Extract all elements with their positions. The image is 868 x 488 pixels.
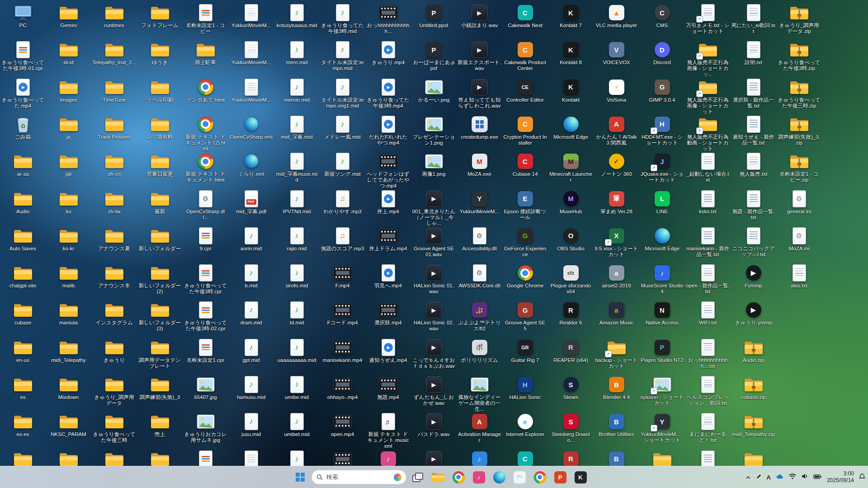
- desktop-icon[interactable]: ♪タイトル未設定.tempo.mid: [320, 41, 365, 71]
- desktop-icon[interactable]: runtimes: [91, 4, 137, 28]
- desktop-icon[interactable]: おっhhhhhhhhhhh....txt: [685, 338, 731, 369]
- desktop-icon[interactable]: ▲VLC media player: [594, 4, 639, 28]
- desktop-icon[interactable]: ニコニコバックアップ—I.txt: [731, 227, 776, 258]
- desktop-icon[interactable]: ♪hamusu.mid: [228, 375, 274, 400]
- desktop-icon[interactable]: ♪jusu.mid: [228, 413, 274, 437]
- desktop-icon[interactable]: ⚙Accessibility.dll: [457, 227, 502, 252]
- desktop-icon[interactable]: Microsoft Edge: [639, 227, 685, 252]
- taskbar-clock[interactable]: 3:00 2025/09/14: [827, 470, 854, 484]
- desktop-icon[interactable]: ▶001_東北きりたん（ノーマル）_今しゃ...: [411, 190, 457, 226]
- desktop-icon[interactable]: 死にたい_ю歌詞.txt: [731, 4, 776, 34]
- taskbar-search[interactable]: 検索: [311, 470, 406, 484]
- start-button[interactable]: [291, 468, 309, 486]
- desktop-icon[interactable]: MMuseHub: [548, 190, 594, 215]
- desktop-icon[interactable]: F.mp4: [320, 264, 365, 289]
- taskbar-powerpoint[interactable]: P: [551, 468, 569, 486]
- taskbar-edge-browser[interactable]: [490, 468, 508, 486]
- desktop-icon[interactable]: 最新: [137, 190, 183, 215]
- desktop-icon[interactable]: YukkuriMovieM...: [228, 4, 274, 28]
- desktop-icon[interactable]: ▶井上.mp4: [365, 190, 411, 215]
- desktop-icon[interactable]: SSteinberg Downlo...: [548, 413, 594, 443]
- desktop-icon[interactable]: きゅうり食べってた午後3時.cpr: [183, 264, 228, 295]
- desktop-icon[interactable]: ♫無題のスコア.mp3: [320, 227, 365, 252]
- desktop-icon[interactable]: ▶: [411, 450, 457, 466]
- desktop-icon[interactable]: ♪MuseScore Studio 4: [639, 264, 685, 295]
- desktop-icon[interactable]: ✓ノートン 360: [594, 152, 639, 177]
- desktop-icon[interactable]: ja: [46, 115, 91, 140]
- desktop-icon[interactable]: ▶小銭詰まり.wav: [457, 4, 502, 28]
- desktop-icon[interactable]: ♪b.mid: [228, 264, 274, 289]
- desktop-icon[interactable]: アナウンス冬: [91, 264, 137, 289]
- desktop-icon[interactable]: createdump.exe: [457, 115, 502, 140]
- desktop-icon[interactable]: インスタグラム: [91, 301, 137, 326]
- taskbar-chrome-browser[interactable]: [449, 468, 467, 486]
- desktop-icon[interactable]: open - 親作品一覧.txt: [685, 264, 731, 295]
- desktop-icon[interactable]: ▶ずんだもん_しおかぜ.wav: [411, 375, 457, 406]
- desktop-icon[interactable]: ♪mid_字幕muse.mid: [274, 152, 320, 183]
- desktop-icon[interactable]: ♪meroin.mid: [274, 78, 320, 103]
- desktop-icon[interactable]: PC: [0, 4, 46, 28]
- desktop-icon[interactable]: Mixdown: [46, 375, 91, 400]
- desktop-icon[interactable]: OOBS Studio: [548, 227, 594, 252]
- desktop-icon[interactable]: C: [502, 450, 548, 466]
- desktop-icon[interactable]: ▶Fymmp: [731, 264, 776, 289]
- desktop-icon[interactable]: 画像1.png: [411, 152, 457, 177]
- desktop-icon[interactable]: id-id: [46, 41, 91, 66]
- desktop-icon[interactable]: chatgpt-site: [0, 264, 46, 289]
- taskbar-task-view[interactable]: [409, 468, 427, 486]
- desktop-icon[interactable]: ♪rajio.mid: [274, 227, 320, 252]
- desktop-icon[interactable]: GGIMP 3.0.4: [639, 78, 685, 103]
- desktop-icon[interactable]: ♪: [457, 450, 502, 466]
- desktop-icon[interactable]: ヘルスコンプレッション＿歌詞.txt: [685, 375, 731, 406]
- desktop-icon[interactable]: LLINE: [639, 190, 685, 215]
- desktop-icon[interactable]: [91, 450, 137, 466]
- desktop-icon[interactable]: ↗万引きメモ.txt - ショートカット: [685, 4, 731, 34]
- desktop-icon[interactable]: AActivation Manager: [457, 413, 502, 443]
- tray-overflow-chevron-icon[interactable]: [745, 473, 751, 481]
- desktop-icon[interactable]: Audio.zip: [731, 338, 776, 363]
- desktop-icon[interactable]: [137, 450, 183, 466]
- desktop-icon[interactable]: きゅうり食べってた午後3時-01.cpr: [0, 41, 46, 71]
- desktop-icon[interactable]: H↗HDDFMT.exe - ショートカット: [639, 115, 685, 146]
- desktop-icon[interactable]: midi_Telepathy.zip: [731, 413, 776, 437]
- desktop-icon[interactable]: ↗無人販売不正行為 動画 - ショートカット: [685, 115, 731, 152]
- taskbar-browser-2[interactable]: [531, 468, 549, 486]
- desktop-icon[interactable]: [46, 450, 91, 466]
- desktop-icon[interactable]: 筆筆まめ Ver.28: [594, 190, 639, 215]
- desktop-icon[interactable]: R: [548, 450, 594, 466]
- desktop-icon[interactable]: ▶こっでｂんｄすおｆｄｓｂぶお.wav: [411, 338, 457, 369]
- desktop-icon[interactable]: zh-cn: [91, 152, 137, 177]
- desktop-icon[interactable]: きゅうり_調声用データ: [91, 375, 137, 406]
- desktop-icon[interactable]: sfzPlogue sforzando x64: [548, 264, 594, 295]
- desktop-icon[interactable]: KKontakt 8: [548, 41, 594, 66]
- desktop-icon[interactable]: PPiapro Studio NT2: [639, 338, 685, 363]
- desktop-icon[interactable]: NKSC_PARAM: [46, 413, 91, 437]
- onedrive-cloud-icon[interactable]: [776, 473, 784, 481]
- desktop-icon[interactable]: Telepathy_Inst_2...: [91, 41, 137, 66]
- desktop-icon[interactable]: X↗9.5.xlsx - ショートカット: [594, 227, 639, 258]
- desktop-icon[interactable]: Track Pictures: [91, 115, 137, 140]
- desktop-icon[interactable]: ohhayo-.mp4: [320, 375, 365, 400]
- desktop-icon[interactable]: CCubase 14: [502, 152, 548, 177]
- desktop-icon[interactable]: MMoZA.exe: [457, 152, 502, 177]
- desktop-icon[interactable]: ▶HALion Sonic 01.wav: [411, 264, 457, 295]
- desktop-icon[interactable]: ♪: [274, 450, 320, 466]
- desktop-icon[interactable]: おっhhhhhhhhhhhh...: [365, 4, 411, 34]
- desktop-icon[interactable]: RReaktor 6: [548, 301, 594, 326]
- desktop-icon[interactable]: ♪タイトル未設定.tempo.orig1.mid: [320, 78, 365, 109]
- desktop-icon[interactable]: かるーい.png: [411, 78, 457, 103]
- desktop-icon[interactable]: maniuta: [46, 301, 91, 326]
- desktop-icon[interactable]: RREAPER (x64): [548, 338, 594, 363]
- desktop-icon[interactable]: ♪gpt.mid: [228, 338, 274, 363]
- desktop-icon[interactable]: GGroove Agent SE 5: [502, 301, 548, 332]
- desktop-icon[interactable]: YYukkuriMovieM...: [457, 190, 502, 215]
- desktop-icon[interactable]: en-us: [0, 338, 46, 363]
- desktop-icon[interactable]: ▶きゅうり.mp4: [365, 41, 411, 66]
- desktop-icon[interactable]: 路上駐車: [183, 41, 228, 66]
- desktop-icon[interactable]: きゅうり食べってた午後3時-02.cpr: [183, 301, 228, 332]
- desktop-icon[interactable]: Microsoft Edge: [548, 115, 594, 140]
- desktop-icon[interactable]: ♪きゅうり食ってた午後3時.mid: [320, 4, 365, 34]
- desktop-icon[interactable]: 無題.mp4: [365, 375, 411, 400]
- desktop-icon[interactable]: ♪umibet.mid: [274, 413, 320, 437]
- desktop-icon[interactable]: ぷぷよぷよ™テトリス®2: [457, 301, 502, 332]
